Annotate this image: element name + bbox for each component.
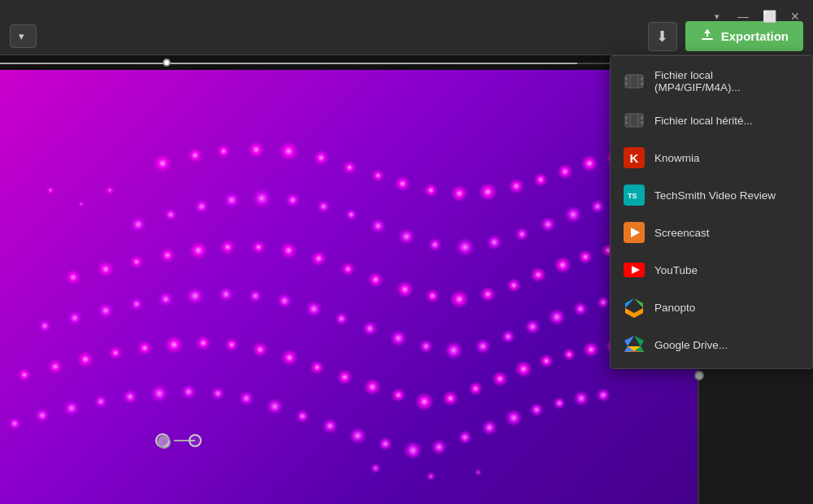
svg-rect-151: [641, 121, 643, 124]
window-controls: ▾ — ⬜ ✕: [709, 8, 803, 24]
svg-rect-148: [625, 116, 628, 119]
download-button[interactable]: ⬇: [648, 22, 677, 51]
menu-item-knowmia[interactable]: KKnowmia: [611, 139, 812, 176]
svg-rect-153: [637, 114, 639, 127]
gdrive-label: Google Drive...: [654, 339, 728, 351]
techsmith-label: TechSmith Video Review: [654, 189, 776, 202]
svg-rect-143: [641, 77, 643, 80]
toolbar-right: ⬇ Exportation: [648, 21, 803, 51]
scrubber-handle[interactable]: [694, 371, 704, 380]
canvas-background: [0, 70, 699, 504]
youtube-label: YouTube: [654, 264, 698, 276]
screencast-icon: [624, 222, 645, 243]
local-mp4-label: Fichier local (MP4/GIF/M4A)...: [654, 69, 799, 93]
export-label: Exportation: [721, 29, 789, 43]
svg-rect-147: [625, 114, 643, 127]
svg-rect-141: [625, 77, 628, 80]
minimize-button[interactable]: —: [735, 8, 751, 24]
knowmia-label: Knowmia: [654, 152, 700, 164]
svg-rect-152: [629, 114, 631, 127]
panopto-icon: [624, 297, 645, 318]
local-legacy-icon: [624, 110, 645, 131]
svg-text:TS: TS: [628, 192, 637, 200]
menu-item-youtube[interactable]: YouTube: [611, 251, 812, 289]
local-mp4-icon: [624, 71, 645, 92]
download-icon: ⬇: [656, 28, 668, 46]
close-button[interactable]: ✕: [787, 8, 803, 24]
canvas-area: ✕: [0, 70, 699, 504]
svg-rect-149: [625, 121, 628, 124]
dropdown-button[interactable]: ▾: [10, 24, 37, 48]
youtube-icon: [624, 259, 645, 280]
svg-rect-0: [702, 38, 713, 40]
local-legacy-label: Fichier local hérité...: [654, 115, 753, 127]
filter-icon: ▾: [709, 8, 725, 24]
menu-item-techsmith[interactable]: TSTechSmith Video Review: [611, 176, 812, 214]
toolbar-left: ▾: [10, 24, 37, 48]
export-button[interactable]: Exportation: [685, 21, 803, 51]
svg-marker-160: [634, 298, 643, 308]
menu-item-local-legacy[interactable]: Fichier local hérité...: [611, 102, 812, 139]
export-upload-icon: [700, 28, 715, 45]
toolbar: ▾ — ⬜ ✕ ▾ ⬇ Exportation: [0, 0, 813, 55]
svg-rect-145: [629, 75, 631, 88]
knowmia-icon: K: [624, 147, 645, 168]
dropdown-arrow-icon: ▾: [19, 30, 24, 42]
timeline-progress: [0, 63, 577, 64]
techsmith-icon: TS: [624, 185, 645, 206]
svg-rect-144: [641, 82, 643, 85]
menu-item-screencast[interactable]: Screencast: [611, 214, 812, 251]
menu-item-gdrive[interactable]: Google Drive...: [611, 326, 812, 363]
svg-rect-140: [625, 75, 643, 88]
svg-marker-161: [625, 298, 634, 308]
svg-marker-164: [634, 336, 644, 346]
animation-handle-x[interactable]: ✕: [158, 436, 171, 449]
svg-rect-146: [637, 75, 639, 88]
svg-marker-162: [625, 308, 643, 318]
panopto-label: Panopto: [654, 302, 695, 314]
screencast-label: Screencast: [654, 227, 710, 239]
menu-item-panopto[interactable]: Panopto: [611, 289, 812, 326]
maximize-button[interactable]: ⬜: [761, 8, 777, 24]
svg-marker-2: [704, 29, 711, 33]
timeline-marker[interactable]: [163, 59, 171, 67]
svg-marker-163: [624, 336, 634, 346]
svg-rect-150: [641, 116, 643, 119]
gdrive-icon: [624, 334, 645, 355]
export-dropdown-menu: Fichier local (MP4/GIF/M4A)... Fichier l…: [610, 55, 813, 369]
svg-rect-142: [625, 82, 628, 85]
menu-item-local-mp4[interactable]: Fichier local (MP4/GIF/M4A)...: [611, 61, 812, 102]
